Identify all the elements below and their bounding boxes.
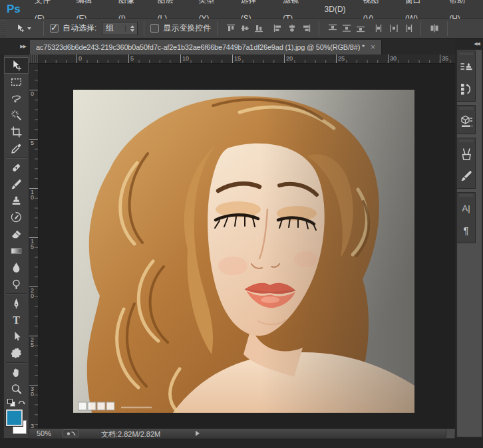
crop-tool[interactable] xyxy=(4,124,29,140)
auto-select-target-dropdown[interactable]: 组 xyxy=(102,22,138,35)
v-ruler-label: 0 xyxy=(31,91,35,96)
show-transform-label: 显示变换控件 xyxy=(163,23,211,34)
align-horizontal-centers-icon[interactable] xyxy=(286,23,297,33)
panel-grip[interactable] xyxy=(460,140,472,142)
h-ruler-label: 10 xyxy=(182,55,189,62)
blur-tool-icon xyxy=(10,261,23,274)
collapse-panels-button[interactable]: ◀◀ xyxy=(455,39,483,49)
brush-tool[interactable] xyxy=(4,176,29,193)
sync-gear-icon xyxy=(66,431,76,437)
eyedropper-tool-icon xyxy=(10,142,23,155)
distribute-bottom-edges-icon[interactable] xyxy=(355,23,366,33)
paragraph-panel-icon: ¶ xyxy=(463,225,468,236)
distribute-horizontal-centers-icon[interactable] xyxy=(388,23,399,33)
move-tool-icon xyxy=(10,59,23,72)
separator xyxy=(6,362,27,364)
left-dock-header[interactable]: ▶▶ xyxy=(0,39,29,55)
clone-stamp-tool[interactable] xyxy=(4,193,29,209)
photoshop-window: Ps 文件(F) 编辑(E) 图像(I) 图层(L) 类型(Y) 选择(S) 滤… xyxy=(0,0,483,448)
distribute-left-edges-icon[interactable] xyxy=(374,23,385,33)
align-vertical-centers-icon[interactable] xyxy=(239,23,250,33)
type-tool[interactable]: T xyxy=(4,312,29,328)
clone-source-panel-button[interactable] xyxy=(457,56,475,78)
v-ruler-label: 5 xyxy=(31,140,35,146)
brush-tool-icon xyxy=(10,178,23,191)
panel-grip[interactable] xyxy=(460,107,472,110)
v-ruler-label: 20 xyxy=(31,288,35,298)
status-bar: 50% 文档:2.82M/2.82M xyxy=(29,429,455,439)
brush-presets-panel-button[interactable] xyxy=(457,143,475,165)
rectangular-marquee-tool[interactable] xyxy=(4,74,29,90)
show-transform-checkbox[interactable] xyxy=(150,24,159,33)
spot-healing-brush-tool[interactable] xyxy=(4,160,29,176)
panel-grip[interactable] xyxy=(460,194,472,197)
history-panel-button[interactable] xyxy=(457,78,475,100)
panel-group-type: A| ¶ xyxy=(456,192,476,243)
lasso-tool[interactable] xyxy=(4,90,29,107)
h-ruler-label: 30 xyxy=(390,55,397,62)
brush-panel-button[interactable] xyxy=(457,165,475,187)
photoshop-logo: Ps xyxy=(7,3,21,16)
zoom-level-field[interactable]: 50% xyxy=(37,429,51,437)
auto-select-option[interactable]: 自动选择: 组 xyxy=(50,22,138,35)
gradient-tool[interactable] xyxy=(4,243,29,259)
canvas-image-portrait[interactable] xyxy=(73,90,414,413)
history-brush-tool-icon xyxy=(10,211,23,224)
horizontal-ruler[interactable]: 0 5 10 15 20 25 30 35 xyxy=(39,55,455,64)
right-panel-dock: ◀◀ A| ¶ xyxy=(455,39,483,439)
character-panel-button[interactable]: A| xyxy=(457,197,475,219)
custom-shape-tool[interactable] xyxy=(4,345,29,362)
collapse-dock-icon: ◀◀ xyxy=(474,41,480,47)
document-tab[interactable]: ac75323d6b6de243-219c360b0a50fd7c-af2e1b… xyxy=(30,40,382,55)
close-tab-icon[interactable]: × xyxy=(371,43,375,51)
panel-grip[interactable] xyxy=(460,53,472,55)
h-ruler-label: 20 xyxy=(286,55,293,62)
zoom-tool[interactable] xyxy=(4,381,29,397)
clone-stamp-tool-icon xyxy=(10,195,23,207)
document-tab-title: ac75323d6b6de243-219c360b0a50fd7c-af2e1b… xyxy=(36,43,365,51)
magic-wand-tool-icon xyxy=(10,109,23,122)
status-popup-arrow-icon[interactable] xyxy=(196,431,200,436)
character-panel-icon: A| xyxy=(462,203,470,213)
hand-tool[interactable] xyxy=(4,364,29,381)
distribute-right-edges-icon[interactable] xyxy=(402,23,413,33)
blur-tool[interactable] xyxy=(4,259,29,276)
eraser-tool[interactable] xyxy=(4,226,29,243)
properties-panel-button[interactable] xyxy=(457,110,475,132)
separator xyxy=(319,21,319,36)
paragraph-panel-button[interactable]: ¶ xyxy=(457,219,475,241)
swap-colors-icon[interactable] xyxy=(17,398,26,407)
distribute-vertical-centers-icon[interactable] xyxy=(341,23,352,33)
tool-preset-picker[interactable] xyxy=(9,21,37,36)
show-transform-option[interactable]: 显示变换控件 xyxy=(150,23,211,34)
default-colors-icon[interactable] xyxy=(7,399,15,407)
options-bar-grip[interactable] xyxy=(1,21,5,37)
foreground-color-swatch[interactable] xyxy=(6,409,23,426)
brush-presets-icon xyxy=(459,147,474,162)
pen-tool[interactable] xyxy=(4,295,29,312)
menu-item-3d[interactable]: 3D(D) xyxy=(316,0,355,19)
align-top-edges-icon[interactable] xyxy=(225,23,236,33)
distribute-top-edges-icon[interactable] xyxy=(327,23,338,33)
move-tool[interactable] xyxy=(4,57,29,74)
separator xyxy=(6,158,27,159)
align-bottom-edges-icon[interactable] xyxy=(253,23,264,33)
clone-source-icon xyxy=(459,60,474,74)
eyedropper-tool[interactable] xyxy=(4,140,29,157)
align-left-edges-icon[interactable] xyxy=(272,23,283,33)
panel-group-source-history xyxy=(456,51,476,102)
align-right-edges-icon[interactable] xyxy=(300,23,311,33)
history-brush-tool[interactable] xyxy=(4,209,29,226)
auto-align-layers-icon[interactable] xyxy=(428,23,440,33)
dodge-tool[interactable] xyxy=(4,276,29,292)
separator xyxy=(217,21,218,36)
vertical-ruler[interactable]: 0 5 10 15 20 25 30 35 xyxy=(29,64,39,429)
history-icon xyxy=(459,82,474,96)
auto-select-checkbox[interactable] xyxy=(50,24,59,33)
chevron-down-icon xyxy=(27,27,31,30)
path-selection-tool[interactable] xyxy=(4,328,29,345)
separator xyxy=(43,21,44,36)
magic-wand-tool[interactable] xyxy=(4,107,29,124)
v-ruler-label: 25 xyxy=(31,337,35,348)
color-swatches xyxy=(4,409,29,439)
